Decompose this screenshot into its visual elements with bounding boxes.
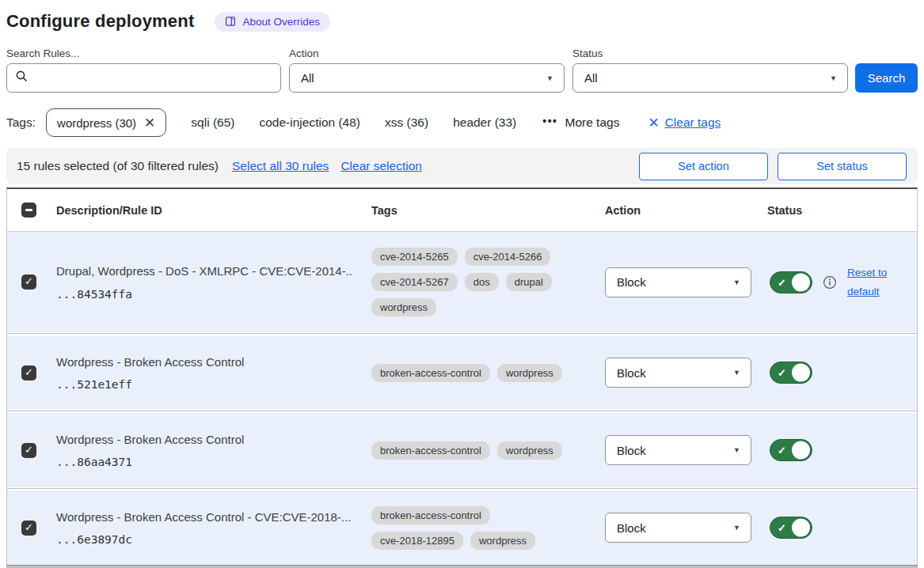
status-toggle[interactable]: ✓ <box>770 517 812 539</box>
row-separator <box>7 332 917 335</box>
description-cell: Wordpress - Broken Access Control ...86a… <box>52 432 367 469</box>
row-description: Wordpress - Broken Access Control - CVE:… <box>56 509 353 525</box>
tag-option-code-injection[interactable]: code-injection (48) <box>260 115 361 130</box>
table-row: ✓ Wordpress - Broken Access Control - CV… <box>7 490 917 565</box>
tag-pill: wordpress <box>497 364 562 382</box>
selected-tag-label: wordpress (30) <box>57 116 136 130</box>
page-title: Configure deployment <box>6 11 194 32</box>
action-select-value: Block <box>617 521 646 535</box>
status-filter-label: Status <box>572 47 848 59</box>
row-checkbox[interactable]: ✓ <box>21 275 36 290</box>
info-icon[interactable] <box>823 275 837 290</box>
table-row: ✓ Drupal, Wordpress - DoS - XMLRPC - CVE… <box>7 232 917 332</box>
clear-tags-link[interactable]: ✕ Clear tags <box>648 115 721 131</box>
column-status: Status <box>759 204 917 217</box>
row-checkbox[interactable]: ✓ <box>21 521 36 536</box>
about-overrides-badge[interactable]: About Overrides <box>215 12 330 32</box>
ellipsis-icon: ••• <box>542 115 557 127</box>
action-select-value: Block <box>617 275 646 289</box>
search-field: Search Rules... <box>6 47 281 93</box>
action-select[interactable]: Block ▼ <box>605 267 751 297</box>
row-tags: broken-access-controlwordpress <box>371 441 571 460</box>
status-cell: ✓ <box>759 517 917 539</box>
action-filter-select[interactable]: All ▼ <box>289 63 565 93</box>
search-icon <box>15 70 29 86</box>
set-action-button[interactable]: Set action <box>639 153 768 180</box>
toggle-knob <box>792 364 810 382</box>
status-toggle[interactable]: ✓ <box>770 271 812 293</box>
tag-pill: wordpress <box>470 532 535 550</box>
configure-deployment-page: Configure deployment About Overrides Sea… <box>0 0 924 568</box>
tag-pill: broken-access-control <box>371 506 490 524</box>
row-rule-id: ...86aa4371 <box>56 456 353 468</box>
more-tags-label: More tags <box>565 115 620 130</box>
tag-option-xss[interactable]: xss (36) <box>385 115 428 130</box>
set-status-button[interactable]: Set status <box>778 153 907 180</box>
checkmark-icon: ✓ <box>25 445 33 455</box>
search-button[interactable]: Search <box>855 63 918 93</box>
row-description: Wordpress - Broken Access Control <box>56 432 353 448</box>
tags-cell: cve-2014-5265cve-2014-5266cve-2014-5267d… <box>367 248 601 316</box>
clear-tags-label: Clear tags <box>665 115 721 130</box>
tag-pill: wordpress <box>371 298 436 316</box>
table-row: ✓ Wordpress - Broken Access Control ...8… <box>7 413 917 487</box>
table-bottom-edge <box>6 565 918 568</box>
tag-option-sqli[interactable]: sqli (65) <box>191 115 234 130</box>
selected-tag-wordpress[interactable]: wordpress (30) ✕ <box>46 108 166 137</box>
action-select[interactable]: Block ▼ <box>605 513 751 543</box>
tags-bar-label: Tags: <box>6 115 36 130</box>
column-action: Action <box>601 204 759 217</box>
rules-table: Description/Rule ID Tags Action Status ✓… <box>6 187 918 566</box>
action-select[interactable]: Block ▼ <box>605 358 751 388</box>
action-select-value: Block <box>617 366 646 380</box>
tag-option-header[interactable]: header (33) <box>453 115 516 130</box>
row-checkbox[interactable]: ✓ <box>21 443 36 458</box>
checkmark-icon: ✓ <box>25 522 33 532</box>
chevron-down-icon: ▼ <box>733 524 740 532</box>
tag-pill: drupal <box>506 273 552 291</box>
reset-to-default-link[interactable]: Reset to default <box>847 263 898 301</box>
select-all-link[interactable]: Select all 30 rules <box>232 159 329 173</box>
toggle-knob <box>792 519 810 537</box>
selection-summary: 15 rules selected (of 30 filtered rules) <box>17 159 219 173</box>
checkmark-icon: ✓ <box>25 367 33 377</box>
checkmark-icon: ✓ <box>25 276 33 286</box>
table-header-row: Description/Rule ID Tags Action Status <box>7 189 917 232</box>
search-input[interactable] <box>6 63 281 93</box>
action-select[interactable]: Block ▼ <box>605 435 751 465</box>
indeterminate-icon <box>25 209 32 210</box>
action-filter-value: All <box>301 71 314 85</box>
status-filter-field: Status All ▼ <box>572 47 848 93</box>
action-cell: Block ▼ <box>601 358 759 388</box>
checkmark-icon: ✓ <box>778 276 786 288</box>
status-filter-select[interactable]: All ▼ <box>572 63 848 93</box>
tag-pill: cve-2014-5265 <box>371 248 458 266</box>
status-cell: ✓ Reset to default <box>759 263 917 301</box>
checkmark-icon: ✓ <box>778 522 786 534</box>
status-toggle[interactable]: ✓ <box>770 362 812 384</box>
description-cell: Wordpress - Broken Access Control ...521… <box>52 354 367 392</box>
row-description: Wordpress - Broken Access Control <box>56 354 353 370</box>
column-tags: Tags <box>367 204 601 217</box>
row-checkbox[interactable]: ✓ <box>21 365 36 381</box>
clear-selection-link[interactable]: Clear selection <box>340 159 422 173</box>
action-cell: Block ▼ <box>601 435 759 465</box>
status-toggle[interactable]: ✓ <box>770 439 812 461</box>
tag-pill: cve-2018-12895 <box>371 532 463 550</box>
more-tags-button[interactable]: ••• More tags <box>542 115 619 130</box>
table-row: ✓ Wordpress - Broken Access Control ...5… <box>7 335 917 410</box>
tag-pill: wordpress <box>497 441 562 460</box>
action-filter-field: Action All ▼ <box>289 47 565 93</box>
table-body: ✓ Drupal, Wordpress - DoS - XMLRPC - CVE… <box>7 232 917 565</box>
status-cell: ✓ <box>759 439 917 461</box>
remove-tag-icon[interactable]: ✕ <box>144 116 155 130</box>
search-label: Search Rules... <box>6 47 281 59</box>
selection-bar: 15 rules selected (of 30 filtered rules)… <box>6 148 918 184</box>
close-icon: ✕ <box>648 115 659 131</box>
tag-pill: broken-access-control <box>371 441 490 460</box>
chevron-down-icon: ▼ <box>546 74 553 82</box>
description-cell: Wordpress - Broken Access Control - CVE:… <box>52 509 367 547</box>
tags-cell: broken-access-controlwordpress <box>367 441 601 460</box>
tags-cell: broken-access-controlcve-2018-12895wordp… <box>367 506 601 550</box>
select-all-checkbox[interactable] <box>21 203 36 218</box>
